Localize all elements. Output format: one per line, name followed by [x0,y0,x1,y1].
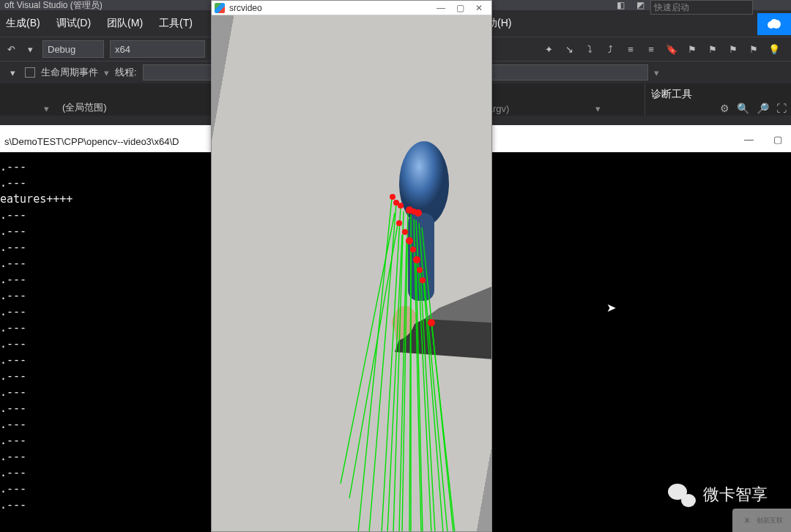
console-line: .--- [0,159,73,175]
svg-line-5 [358,198,392,531]
indent-left-icon[interactable]: ≡ [624,42,637,56]
console-line: .--- [0,368,73,384]
flag2-icon[interactable]: ⚑ [706,42,719,56]
zoom-in-icon[interactable]: 🔍 [737,102,749,114]
console-line: .--- [0,271,73,288]
vs-title-text: oft Visual Studio (管理员) [4,0,103,10]
corner-watermark: X 创新互联 [732,509,791,532]
console-line: .--- [0,304,73,320]
console-line: .--- [0,320,73,336]
console-line: .--- [0,432,73,449]
cv-titlebar[interactable]: srcvideo — ▢ ✕ [212,1,491,15]
cv-video-frame [212,15,491,531]
indent-right-icon[interactable]: ≡ [645,42,658,56]
maximize-icon[interactable]: ▢ [450,3,469,13]
config-label: Debug [48,44,75,55]
console-line: .--- [0,400,73,416]
step-into-icon[interactable]: ↘ [562,42,576,56]
console-line: .--- [0,384,73,400]
opencv-app-icon [215,3,225,13]
svg-point-36 [420,277,426,283]
svg-point-29 [415,209,422,217]
svg-point-24 [390,194,396,200]
gear-icon[interactable]: ⚙ [720,102,729,114]
svg-line-7 [382,207,401,531]
menu-debug[interactable]: 调试(D) [56,17,91,30]
corner-logo-icon: X [740,514,754,527]
bookmark-icon[interactable]: 🔖 [665,42,678,56]
diagnostics-icons: ⚙ 🔍 🔎 ⛶ [720,102,787,114]
step-out-icon[interactable]: ⤴ [604,42,617,56]
console-line: .--- [0,239,73,255]
console-line: .--- [0,223,73,239]
step-over-icon[interactable]: ⤵ [583,42,596,56]
console-line: .--- [0,352,73,368]
undo-icon[interactable]: ↶ [4,42,18,56]
diagnostics-panel: 诊断工具 ⚙ 🔍 🔎 ⛶ [645,83,791,116]
svg-point-26 [398,203,404,209]
zoom-out-icon[interactable]: 🔎 [757,102,769,114]
menu-team[interactable]: 团队(M) [107,17,143,30]
minimize-icon[interactable]: — [744,134,754,144]
platform-label: x64 [115,44,130,55]
svg-point-32 [406,237,413,244]
maximize-icon[interactable]: ▢ [773,134,784,144]
console-line: .--- [0,207,73,223]
chevron-down-icon[interactable]: ▾ [44,103,49,114]
opencv-window[interactable]: srcvideo — ▢ ✕ [211,0,492,532]
svg-line-8 [393,211,404,531]
expand-icon[interactable]: ⛶ [776,102,787,114]
minimize-icon[interactable]: — [431,3,450,13]
svg-point-37 [428,319,435,326]
flag3-icon[interactable]: ⚑ [727,42,740,56]
platform-dropdown[interactable]: x64 [110,40,205,58]
cloud-sync-button[interactable] [757,13,791,35]
console-line: .--- [0,465,73,481]
thread-label: 线程: [115,66,137,79]
wand-icon[interactable]: ✦ [542,42,555,56]
mouse-cursor-icon: ➤ [606,301,615,314]
diagnostics-title: 诊断工具 [651,88,692,100]
titlebar-icons: ◧ ◩ [617,0,645,10]
cv-window-title: srcvideo [229,3,431,13]
redo-icon[interactable]: ▾ [23,42,37,56]
console-titlebar: — ▢ [489,125,791,152]
wechat-watermark: 微卡智享 [668,482,768,507]
console-line: .--- [0,175,73,191]
quick-launch-box[interactable]: 快速启动 [650,0,753,15]
scope-text: (全局范围) [62,101,107,114]
svg-point-30 [396,220,402,226]
svg-point-35 [417,267,423,273]
console-line: eatures++++ [0,191,73,207]
console-line: .--- [0,449,73,465]
svg-point-2 [770,19,778,26]
menu-tools[interactable]: 工具(T) [159,17,193,30]
flag1-icon[interactable]: ⚑ [686,42,699,56]
chevron-down-icon[interactable]: ▾ [595,103,601,114]
console-line: .--- [0,416,73,432]
lifecycle-label: 生命周期事件 [41,66,98,79]
close-icon[interactable]: ✕ [469,3,489,13]
wechat-name: 微卡智享 [703,484,768,506]
lifecycle-check[interactable] [25,67,35,78]
user-icon[interactable]: ◩ [636,0,645,10]
process-icon[interactable]: ▾ [6,66,19,79]
config-dropdown[interactable]: Debug [42,40,104,58]
console-output: .--- .--- eatures++++ .--- .--- .--- .--… [0,159,73,513]
wechat-icon [668,482,696,507]
console-line: .--- [0,497,73,513]
menu-build[interactable]: 生成(B) [6,17,40,30]
svg-point-31 [402,229,408,235]
flag4-icon[interactable]: ⚑ [747,42,760,56]
svg-point-34 [413,256,420,263]
console-line: .--- [0,336,73,352]
toolbar-right: ✦ ↘ ⤵ ⤴ ≡ ≡ 🔖 ⚑ ⚑ ⚑ ⚑ 💡 [542,42,781,56]
corner-logo-text: 创新互联 [757,516,783,525]
console-line: .--- [0,255,73,271]
lightbulb-icon[interactable]: 💡 [768,42,781,56]
console-path: s\DemoTEST\CPP\opencv--video3\x64\D [0,134,183,150]
notification-icon[interactable]: ◧ [617,0,625,10]
console-line: .--- [0,288,73,304]
flow-lines [341,198,455,531]
svg-point-33 [410,247,416,252]
